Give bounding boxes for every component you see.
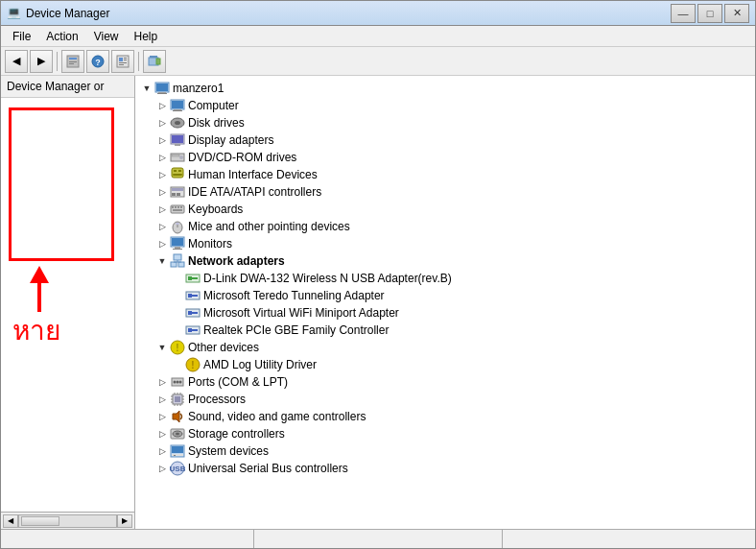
hid-label: Human Interface Devices [188, 168, 318, 181]
svg-rect-13 [150, 56, 157, 58]
tree-item-processor[interactable]: ▷ [135, 391, 755, 408]
tree-item-ports[interactable]: ▷ Ports (COM & LPT) [135, 373, 755, 391]
scroll-right-button[interactable]: ▶ [117, 514, 132, 528]
root-expand-icon[interactable]: ▼ [139, 81, 154, 96]
tree-item-hid[interactable]: ▷ Human Interface Devices [135, 166, 755, 183]
tree-item-disk[interactable]: ▷ Disk drives [135, 114, 755, 131]
tree-item-dlink[interactable]: D-Link DWA-132 Wireless N USB Adapter(re… [135, 270, 755, 287]
tree-item-ide[interactable]: ▷ IDE ATA/ATAPI controllers [135, 183, 755, 201]
dlink-label: D-Link DWA-132 Wireless N USB Adapter(re… [203, 272, 452, 285]
display-expand-icon[interactable]: ▷ [154, 132, 170, 148]
left-panel-scrollbar[interactable]: ◀ ▶ [1, 512, 134, 529]
tree-item-display[interactable]: ▷ Display adapters [135, 131, 755, 149]
menu-file[interactable]: File [5, 28, 38, 45]
forward-button[interactable]: ▶ [30, 50, 53, 73]
usb-label: Universal Serial Bus controllers [188, 462, 348, 475]
monitor-expand-icon[interactable]: ▷ [154, 236, 170, 251]
other-expand-icon[interactable]: ▼ [154, 340, 170, 355]
left-panel: Device Manager or หาย ◀ ▶ [1, 76, 135, 529]
sound-expand-icon[interactable]: ▷ [154, 409, 170, 424]
hid-expand-icon[interactable]: ▷ [154, 167, 170, 182]
update-driver-button[interactable] [143, 50, 166, 73]
keyboard-device-icon [170, 202, 185, 217]
ports-expand-icon[interactable]: ▷ [154, 374, 170, 390]
network-label: Network adapters [188, 254, 285, 268]
thai-label: หาย [12, 309, 60, 351]
close-button[interactable]: ✕ [724, 4, 749, 23]
tree-item-sound[interactable]: ▷ Sound, video and game controllers [135, 408, 755, 425]
properties-button[interactable] [61, 50, 84, 73]
tree-item-network[interactable]: ▼ Network adapters [135, 252, 755, 270]
svg-rect-38 [177, 193, 180, 196]
svg-rect-16 [156, 84, 168, 91]
processor-expand-icon[interactable]: ▷ [154, 392, 170, 407]
svg-point-94 [176, 433, 179, 435]
ide-expand-icon[interactable]: ▷ [154, 184, 170, 200]
svg-rect-21 [174, 109, 181, 110]
maximize-button[interactable]: □ [697, 4, 722, 23]
mouse-expand-icon[interactable]: ▷ [154, 219, 170, 234]
network-device-icon [170, 253, 185, 269]
tree-item-monitor[interactable]: ▷ Monitors [135, 235, 755, 252]
tree-item-keyboard[interactable]: ▷ Keyboards [135, 201, 755, 218]
tree-item-mouse[interactable]: ▷ Mice and other pointing devices [135, 218, 755, 235]
svg-rect-7 [119, 58, 123, 61]
svg-rect-58 [188, 276, 192, 280]
teredo-label: Microsoft Teredo Tunneling Adapter [203, 289, 385, 302]
help-button[interactable]: ? [86, 50, 109, 73]
tree-item-virtualwifi[interactable]: Microsoft Virtual WiFi Miniport Adapter [135, 304, 755, 322]
menu-bar: File Action View Help [1, 26, 755, 47]
svg-rect-18 [157, 93, 167, 94]
processor-label: Processors [188, 393, 246, 406]
menu-help[interactable]: Help [127, 28, 166, 45]
usb-expand-icon[interactable]: ▷ [154, 461, 170, 476]
svg-rect-43 [180, 206, 182, 208]
tree-item-storage[interactable]: ▷ Storage controllers [135, 425, 755, 442]
horizontal-scrollbar[interactable] [18, 514, 117, 528]
tree-item-amd[interactable]: ! AMD Log Utility Driver [135, 356, 755, 373]
svg-rect-40 [172, 206, 174, 208]
tree-item-realtek[interactable]: Realtek PCIe GBE Family Controller [135, 322, 755, 339]
tree-item-system[interactable]: ▷ System devices [135, 442, 755, 460]
highlight-box [9, 107, 114, 261]
tree-item-other[interactable]: ▼ ! Other devices [135, 339, 755, 356]
realtek-expand-spacer [170, 322, 185, 338]
tree-item-dvd[interactable]: ▷ DVD/CD-ROM drives [135, 149, 755, 166]
dvd-expand-icon[interactable]: ▷ [154, 150, 170, 165]
svg-point-76 [179, 381, 182, 384]
computer-label: Computer [188, 99, 239, 112]
processor-device-icon [170, 392, 185, 407]
system-expand-icon[interactable]: ▷ [154, 443, 170, 459]
svg-rect-78 [175, 396, 180, 402]
back-button[interactable]: ◀ [5, 50, 28, 73]
computer-expand-icon[interactable]: ▷ [154, 98, 170, 113]
network-expand-icon[interactable]: ▼ [154, 253, 170, 269]
svg-rect-33 [178, 170, 181, 172]
svg-marker-91 [173, 411, 179, 422]
menu-view[interactable]: View [86, 28, 127, 45]
menu-action[interactable]: Action [38, 28, 85, 45]
scan-changes-button[interactable] [111, 50, 134, 73]
ide-device-icon [170, 184, 185, 200]
svg-rect-42 [177, 206, 179, 208]
storage-expand-icon[interactable]: ▷ [154, 426, 170, 442]
minimize-button[interactable]: — [671, 4, 696, 23]
realtek-device-icon [185, 322, 201, 338]
keyboard-expand-icon[interactable]: ▷ [154, 202, 170, 217]
scroll-thumb[interactable] [21, 516, 59, 526]
device-tree-panel[interactable]: ▼ manzero1 ▷ [135, 76, 755, 529]
tree-item-computer[interactable]: ▷ Computer [135, 97, 755, 114]
tree-item-usb[interactable]: ▷ USB Universal Serial Bus controllers [135, 460, 755, 477]
keyboard-label: Keyboards [188, 203, 243, 216]
computer-icon [154, 81, 170, 96]
svg-rect-27 [175, 144, 180, 146]
svg-rect-54 [178, 262, 184, 267]
amd-device-icon: ! [185, 357, 201, 372]
up-arrow-icon [30, 266, 49, 283]
status-section-1 [5, 530, 254, 548]
svg-text:!: ! [191, 360, 194, 370]
tree-root[interactable]: ▼ manzero1 [135, 80, 755, 97]
disk-expand-icon[interactable]: ▷ [154, 115, 170, 131]
tree-item-teredo[interactable]: Microsoft Teredo Tunneling Adapter [135, 287, 755, 304]
scroll-left-button[interactable]: ◀ [3, 514, 18, 528]
